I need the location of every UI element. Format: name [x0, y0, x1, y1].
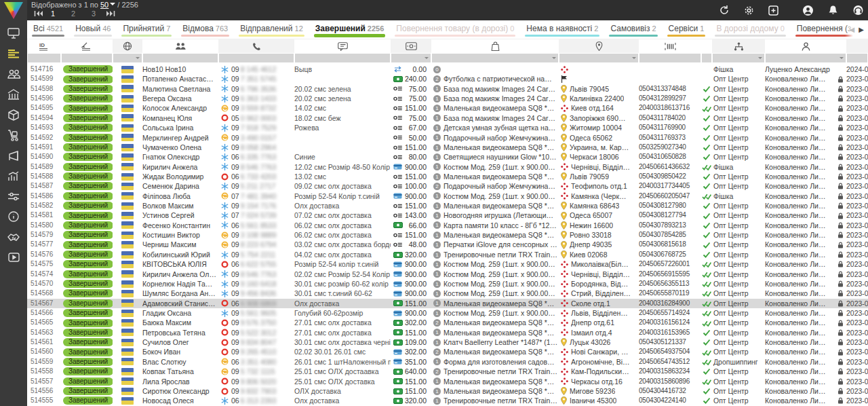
column-header-phone[interactable] [218, 39, 294, 53]
gear-icon[interactable] [744, 5, 754, 16]
order-row[interactable]: 514555ЗавершенийНовосад Олеся066 313 239… [27, 396, 868, 405]
sidebar-item-orders[interactable] [0, 45, 27, 65]
order-row[interactable]: 514592ЗавершенийМерклингер Андрей093 490… [27, 133, 868, 143]
order-row[interactable]: 514580ЗавершенийФесенко Константин065 56… [27, 221, 868, 230]
order-row[interactable]: 514574ЗавершенийКирилич Анжела Ол…098 54… [27, 270, 868, 279]
tabs-scroll-right-icon[interactable]: ▶ [859, 26, 864, 33]
order-row[interactable]: 514559ЗавершенийВлас Слотюу063 351 40802… [27, 357, 868, 367]
order-row[interactable]: 514716ЗавершенийНов10 Нов10098 145 4612В… [27, 64, 868, 74]
order-row[interactable]: 514598ЗавершенийМалютина Светлана096 796… [27, 84, 868, 94]
order-row[interactable]: 514567ЗавершенийАдамовский Станис…066 90… [27, 299, 868, 308]
order-row[interactable]: 514558ЗавершенийКовпак Татьяна095 732 11… [27, 367, 868, 376]
last-page-icon[interactable] [106, 10, 115, 17]
sidebar-item-settings[interactable] [0, 187, 27, 208]
tab-2[interactable]: Новый46 [69, 20, 117, 39]
first-page-icon[interactable] [34, 10, 43, 17]
order-row[interactable]: 514575ЗавершенийКВІТОВСЬКА ЮЛІЯ066 622 5… [27, 259, 868, 269]
column-header-person[interactable] [765, 39, 846, 53]
tab-4[interactable]: Відмова763 [176, 20, 234, 39]
page-number-3[interactable]: 3 [83, 10, 104, 18]
sidebar-item-company[interactable] [0, 86, 27, 106]
sidebar-item-marketing[interactable] [0, 147, 27, 167]
tab-6[interactable]: Завершений2256 [309, 20, 391, 39]
order-row[interactable]: 514587ЗавершенийСеменюк Дарина095 211 27… [27, 181, 868, 191]
column-header-date[interactable] [846, 39, 868, 53]
tab-1[interactable]: Всі4521 [27, 20, 69, 39]
column-header-bag[interactable] [431, 39, 559, 53]
column-header-status[interactable] [61, 39, 113, 53]
order-row[interactable]: 514566ЗавершенийГладик Оксана095 561 960… [27, 308, 868, 318]
filter-cell-6[interactable] [295, 54, 390, 62]
sidebar-item-info[interactable] [0, 208, 27, 228]
order-row[interactable]: 514570ЗавершенийКорнелюк Надія Та…099 16… [27, 279, 868, 289]
headset-icon[interactable] [852, 5, 864, 16]
column-header-sitemap[interactable] [712, 39, 765, 53]
filter-cell-13[interactable] [766, 54, 846, 62]
tab-9[interactable]: Самовивіз2 [604, 20, 662, 39]
column-header-pin[interactable] [559, 39, 639, 53]
tab-5[interactable]: Відправлений12 [234, 20, 309, 39]
filter-cell-4[interactable] [143, 54, 218, 62]
order-row[interactable]: 514590ЗавершенийГнатюк Олексндр066 335 7… [27, 152, 868, 162]
column-header-globe[interactable] [113, 39, 142, 53]
order-row[interactable]: 514582ЗавершенийВолков Максим099 154 717… [27, 201, 868, 210]
order-row[interactable]: 514593ЗавершенийСольська Ірина097 918 75… [27, 123, 868, 132]
order-row[interactable]: 514576ЗавершенийКобилинський Юрий095 754… [27, 250, 868, 259]
sidebar-item-procurement[interactable] [0, 126, 27, 147]
tab-7[interactable]: Повернення товару (в дорозі)0 [390, 20, 520, 39]
column-header-money[interactable] [391, 39, 431, 53]
filter-cell-5[interactable] [219, 54, 294, 62]
tab-10[interactable]: Сервіси1 [663, 20, 711, 39]
filter-cell-11[interactable] [702, 54, 711, 62]
filter-cell-7[interactable] [391, 54, 431, 62]
filter-cell-9[interactable] [559, 54, 638, 62]
page-size-dropdown[interactable]: 50 [100, 1, 108, 9]
order-row[interactable]: 514577ЗавершенийЧерниш Максим098 223 679… [27, 240, 868, 249]
page-number-1[interactable]: 1 [43, 10, 63, 18]
order-row[interactable]: 514588ЗавершенийЖидак Володимир066 733 4… [27, 172, 868, 181]
page-number-2[interactable]: 2 [63, 10, 83, 18]
order-row[interactable]: 514596ЗавершенийВегера Оксана096 363 143… [27, 94, 868, 103]
order-row[interactable]: 514560ЗавершенийБокоч Иван099 265 451002… [27, 347, 868, 356]
order-row[interactable]: 514581ЗавершенийУстинов Сергей077 024 57… [27, 210, 868, 220]
order-row[interactable]: 514589ЗавершенийКирилич Анжела098 546 77… [27, 162, 868, 172]
filter-cell-2[interactable] [62, 54, 112, 62]
column-header-people[interactable] [142, 39, 218, 53]
sidebar-item-statistics[interactable] [0, 167, 27, 187]
filter-cell-3[interactable] [113, 54, 142, 62]
filter-cell-10[interactable] [639, 54, 701, 62]
order-row[interactable]: 514599ЗавершенийПотапенко Анастас…097 35… [27, 74, 868, 84]
refresh-icon[interactable] [719, 5, 730, 16]
order-row[interactable]: 514556ЗавершенийСиротюк Олександр099 832… [27, 386, 868, 396]
order-row[interactable]: 514595ЗавершенийКолосок Александр093 559… [27, 103, 868, 113]
filter-cell-1[interactable] [28, 54, 60, 62]
column-header-comment[interactable] [294, 39, 391, 53]
order-row[interactable]: 514563ЗавершенийПетровська Тетяна095 522… [27, 328, 868, 337]
filter-cell-8[interactable] [432, 54, 558, 62]
sidebar-item-products[interactable] [0, 106, 27, 126]
filter-cell-12[interactable] [713, 54, 764, 62]
order-row[interactable]: 514591ЗавершенийЧумаченко Олена098 058 2… [27, 143, 868, 152]
order-row[interactable]: 514568ЗавершенийШумляс Богдана Ан…099 45… [27, 289, 868, 298]
order-row[interactable]: 514579ЗавершенийКостишин Виктор093 108 9… [27, 230, 868, 240]
tab-3[interactable]: Прийнятий7 [117, 20, 176, 39]
order-row[interactable]: 514557ЗавершенийЛила Ярослав099 806 5020… [27, 377, 868, 386]
column-header-barcode[interactable] [639, 39, 701, 53]
tab-8[interactable]: Нема в наявності2 [520, 20, 604, 39]
column-header-check[interactable] [701, 39, 712, 53]
sidebar-item-video[interactable] [0, 248, 27, 269]
order-row[interactable]: 514586ЗавершенийФіліпова Люба077 481 394… [27, 191, 868, 201]
filter-cell-14[interactable] [847, 54, 867, 62]
column-header-id[interactable]: ID [27, 39, 61, 53]
tab-11[interactable]: В дорозі додому0 [710, 20, 790, 39]
order-row[interactable]: 514594ЗавершенийКомпанец Юля050 962 0003… [27, 113, 868, 123]
sidebar-item-dashboard[interactable] [0, 24, 27, 45]
app-logo[interactable] [4, 2, 23, 19]
sidebar-item-partners[interactable] [0, 228, 27, 248]
profile-icon[interactable] [802, 5, 814, 16]
order-row[interactable]: 514565ЗавершенийБаюка Максим099 576 3750… [27, 318, 868, 327]
sidebar-item-clients[interactable] [0, 65, 27, 86]
bell-icon[interactable] [828, 5, 838, 16]
order-row[interactable]: 514561ЗавершенийСучилов Олег099 834 8047… [27, 337, 868, 347]
add-square-icon[interactable] [768, 5, 778, 16]
